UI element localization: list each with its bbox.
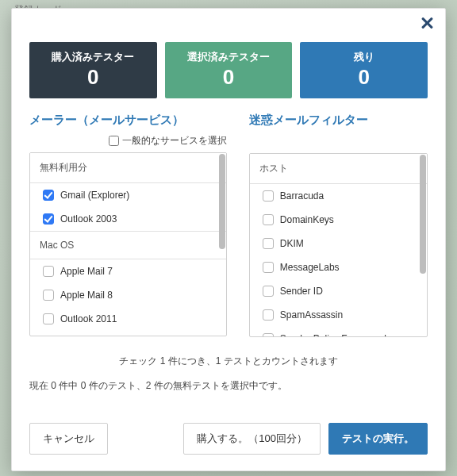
scrollbar[interactable]: [219, 154, 225, 335]
run-tests-button[interactable]: テストの実行。: [328, 423, 428, 455]
mailer-title: メーラー（メールサービス）: [29, 113, 227, 128]
mailer-panel: 無料利用分 Gmail (Explorer) Outlook 2003 Mac …: [29, 152, 227, 336]
spam-group-head: ホスト: [250, 154, 427, 184]
stat-selected: 選択済みテスター 0: [165, 42, 293, 98]
list-item-label: Barracuda: [280, 190, 324, 202]
list-item[interactable]: Sender ID: [250, 279, 427, 303]
checkbox-icon[interactable]: [43, 290, 54, 301]
list-item-label: Apple Mail 7: [60, 266, 113, 277]
list-item-label: Outlook 2003: [60, 213, 117, 225]
list-item-label: Gmail (Explorer): [60, 190, 129, 201]
checkbox-icon[interactable]: [43, 313, 54, 324]
select-common-row[interactable]: 一般的なサービスを選択: [29, 134, 227, 148]
list-item[interactable]: DKIM: [250, 232, 427, 255]
list-item[interactable]: Outlook 2011: [30, 307, 226, 331]
selection-summary: 現在 0 件中 0 件のテスト、2 件の無料テストを選択中です。: [12, 368, 445, 393]
checkbox-icon[interactable]: [263, 286, 274, 297]
checkbox-icon[interactable]: [43, 266, 54, 277]
checkbox-icon[interactable]: [43, 213, 54, 225]
buy-button[interactable]: 購入する。（100回分）: [183, 423, 321, 455]
modal: 購入済みテスター 0 選択済みテスター 0 残り 0 メーラー（メールサービス）…: [11, 8, 446, 471]
spam-panel: ホスト Barracuda DomainKeys DKIM: [249, 153, 428, 337]
list-item-label: MessageLabs: [280, 262, 340, 273]
checkbox-icon[interactable]: [263, 214, 274, 225]
stat-purchased: 購入済みテスター 0: [29, 42, 157, 98]
checkbox-icon[interactable]: [43, 190, 54, 201]
mailer-group-head: Mac OS: [30, 231, 226, 259]
checkbox-icon[interactable]: [263, 238, 274, 249]
stat-remaining: 残り 0: [300, 42, 428, 98]
list-item[interactable]: Apple Mail 8: [30, 283, 226, 307]
list-item[interactable]: Apple Mail 7: [30, 259, 226, 283]
list-item[interactable]: SpamAssassin: [250, 303, 427, 327]
checkbox-icon[interactable]: [263, 262, 274, 273]
checkbox-icon[interactable]: [263, 309, 274, 321]
stat-purchased-label: 購入済みテスター: [34, 50, 152, 64]
list-item-label: Apple Mail 8: [60, 290, 113, 301]
scrollbar-thumb[interactable]: [420, 155, 426, 274]
list-item-label: Sender Policy Framework: [280, 333, 389, 336]
close-icon[interactable]: [420, 16, 434, 30]
stats-row: 購入済みテスター 0 選択済みテスター 0 残り 0: [12, 37, 445, 108]
cancel-button[interactable]: キャンセル: [29, 423, 108, 455]
mailer-group-head: 無料利用分: [30, 153, 226, 183]
stat-remaining-label: 残り: [305, 50, 423, 64]
list-item[interactable]: Outlook 2003: [30, 207, 226, 231]
stat-remaining-value: 0: [305, 66, 423, 89]
scrollbar[interactable]: [420, 155, 426, 336]
list-item[interactable]: DomainKeys: [250, 208, 427, 232]
list-item-label: DomainKeys: [280, 214, 334, 225]
list-item[interactable]: MessageLabs: [250, 255, 427, 279]
list-item-label: SpamAssassin: [280, 309, 343, 321]
list-item[interactable]: Gmail (Explorer): [30, 183, 226, 207]
stat-purchased-value: 0: [34, 66, 152, 89]
stat-selected-label: 選択済みテスター: [170, 50, 288, 64]
spam-title: 迷惑メールフィルター: [249, 113, 428, 128]
list-item-label: DKIM: [280, 238, 304, 249]
count-note: チェック 1 件につき、1 テストとカウントされます: [12, 355, 445, 368]
list-item[interactable]: Barracuda: [250, 184, 427, 208]
select-common-checkbox[interactable]: [109, 136, 119, 146]
list-item-label: Sender ID: [280, 286, 323, 297]
list-item[interactable]: Sender Policy Framework: [250, 327, 427, 336]
checkbox-icon[interactable]: [263, 333, 274, 336]
scrollbar-thumb[interactable]: [219, 154, 225, 249]
checkbox-icon[interactable]: [263, 190, 274, 202]
list-item-label: Outlook 2011: [60, 313, 117, 324]
stat-selected-value: 0: [170, 66, 288, 89]
select-common-label: 一般的なサービスを選択: [122, 134, 227, 148]
